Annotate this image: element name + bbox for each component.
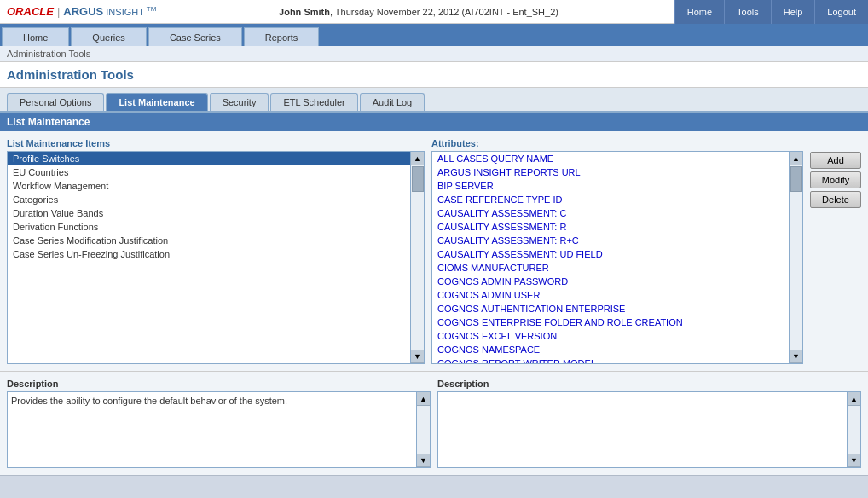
list-item[interactable]: Workflow Management bbox=[8, 179, 410, 193]
sub-tab-personal-options[interactable]: Personal Options bbox=[7, 93, 104, 111]
desc-right-box bbox=[437, 391, 848, 468]
logo: ORACLE | ARGUS INSIGHT TM bbox=[0, 5, 163, 18]
scroll-thumb[interactable] bbox=[412, 166, 424, 192]
argus-text: ARGUS bbox=[63, 5, 103, 18]
desc-scroll-track bbox=[417, 406, 430, 454]
main-tab-queries[interactable]: Queries bbox=[71, 27, 147, 46]
scroll-track bbox=[411, 165, 424, 350]
desc-right: Description ▲ ▼ bbox=[437, 379, 861, 468]
action-buttons: Add Modify Delete bbox=[810, 138, 861, 208]
attr-item[interactable]: COGNOS ADMIN USER bbox=[432, 288, 789, 302]
desc-left-scrollbar[interactable]: ▲ ▼ bbox=[417, 391, 431, 468]
attr-section: Attributes: ALL CASES QUERY NAME ARGUS I… bbox=[431, 138, 803, 364]
page-title-bar: Administration Tools bbox=[0, 62, 868, 88]
items-list: Profile Switches EU Countries Workflow M… bbox=[7, 151, 411, 364]
attr-scroll-track bbox=[790, 165, 802, 350]
attr-item[interactable]: COGNOS AUTHENTICATION ENTERPRISE bbox=[432, 302, 789, 316]
argus-insight-logo: ARGUS INSIGHT TM bbox=[63, 5, 156, 18]
desc-left-label: Description bbox=[7, 379, 431, 389]
main-tab-reports[interactable]: Reports bbox=[244, 27, 320, 46]
list-item[interactable]: Derivation Functions bbox=[8, 220, 410, 234]
attr-item[interactable]: COGNOS EXCEL VERSION bbox=[432, 329, 789, 343]
attr-item[interactable]: CAUSALITY ASSESSMENT: UD FIELD bbox=[432, 247, 789, 261]
items-scrollbar[interactable]: ▲ ▼ bbox=[411, 151, 425, 364]
left-panel: List Maintenance Items Profile Switches … bbox=[7, 138, 425, 364]
sub-tab-etl-scheduler[interactable]: ETL Scheduler bbox=[270, 93, 357, 111]
scroll-up-btn[interactable]: ▲ bbox=[411, 152, 424, 165]
attr-scroll-thumb[interactable] bbox=[790, 166, 802, 192]
attr-label: Attributes: bbox=[431, 138, 803, 148]
delete-button[interactable]: Delete bbox=[810, 191, 861, 208]
status-bar bbox=[0, 475, 868, 492]
list-item[interactable]: Case Series Modification Justification bbox=[8, 234, 410, 247]
desc-right-label: Description bbox=[437, 379, 861, 389]
attr-item[interactable]: CIOMS MANUFACTURER bbox=[432, 261, 789, 275]
list-item[interactable]: Case Series Un-Freezing Justification bbox=[8, 247, 410, 261]
sub-tab-security[interactable]: Security bbox=[210, 93, 269, 111]
right-top: Attributes: ALL CASES QUERY NAME ARGUS I… bbox=[431, 138, 861, 364]
top-nav-logout[interactable]: Logout bbox=[814, 0, 868, 24]
attr-scroll-up[interactable]: ▲ bbox=[790, 152, 802, 165]
attr-item[interactable]: COGNOS ADMIN PASSWORD bbox=[432, 275, 789, 288]
attr-item[interactable]: CAUSALITY ASSESSMENT: R bbox=[432, 220, 789, 234]
right-panel: Attributes: ALL CASES QUERY NAME ARGUS I… bbox=[431, 138, 861, 364]
attr-item[interactable]: COGNOS REPORT WRITER MODEL bbox=[432, 356, 789, 364]
attr-item[interactable]: CAUSALITY ASSESSMENT: R+C bbox=[432, 234, 789, 247]
top-nav-home[interactable]: Home bbox=[674, 0, 724, 24]
sub-tab-list-maintenance[interactable]: List Maintenance bbox=[106, 93, 207, 111]
desc-right-scroll-down[interactable]: ▼ bbox=[848, 454, 860, 467]
top-nav-tools[interactable]: Tools bbox=[724, 0, 771, 24]
desc-right-scrollbar[interactable]: ▲ ▼ bbox=[848, 391, 861, 468]
list-item[interactable]: Profile Switches bbox=[8, 152, 410, 165]
modify-button[interactable]: Modify bbox=[810, 171, 861, 188]
attr-item[interactable]: ARGUS INSIGHT REPORTS URL bbox=[432, 165, 789, 179]
attr-item[interactable]: CAUSALITY ASSESSMENT: C bbox=[432, 206, 789, 220]
list-item[interactable]: EU Countries bbox=[8, 165, 410, 179]
description-area: Description Provides the ability to conf… bbox=[0, 371, 868, 475]
panels: List Maintenance Items Profile Switches … bbox=[0, 131, 868, 371]
attr-scroll-down[interactable]: ▼ bbox=[790, 350, 802, 363]
scroll-down-btn[interactable]: ▼ bbox=[411, 350, 424, 363]
page-title: Administration Tools bbox=[7, 67, 861, 82]
desc-left-text: Provides the ability to configure the de… bbox=[11, 396, 413, 406]
desc-right-scroll-up[interactable]: ▲ bbox=[848, 392, 860, 406]
desc-left: Description Provides the ability to conf… bbox=[7, 379, 431, 468]
desc-scroll-up[interactable]: ▲ bbox=[417, 392, 430, 406]
insight-text: INSIGHT bbox=[106, 7, 143, 17]
attributes-list: ALL CASES QUERY NAME ARGUS INSIGHT REPOR… bbox=[431, 151, 790, 364]
desc-scroll-down[interactable]: ▼ bbox=[417, 454, 430, 467]
list-item[interactable]: Duration Value Bands bbox=[8, 206, 410, 220]
tm-symbol: TM bbox=[147, 5, 157, 13]
sub-tabs: Personal Options List Maintenance Securi… bbox=[0, 88, 868, 113]
content-area: List Maintenance List Maintenance Items … bbox=[0, 113, 868, 475]
items-label: List Maintenance Items bbox=[7, 138, 425, 148]
main-navigation: Home Queries Case Series Reports bbox=[0, 24, 868, 46]
user-name: John Smith bbox=[279, 7, 330, 17]
add-button[interactable]: Add bbox=[810, 152, 861, 169]
attr-scrollbar[interactable]: ▲ ▼ bbox=[790, 151, 803, 364]
attr-item[interactable]: COGNOS ENTERPRISE FOLDER AND ROLE CREATI… bbox=[432, 316, 789, 329]
breadcrumb: Administration Tools bbox=[0, 46, 868, 62]
top-nav-help[interactable]: Help bbox=[771, 0, 815, 24]
user-info: John Smith, Thursday November 22, 2012 (… bbox=[163, 7, 674, 17]
attr-item[interactable]: CASE REFERENCE TYPE ID bbox=[432, 193, 789, 206]
attr-item[interactable]: ALL CASES QUERY NAME bbox=[432, 152, 789, 165]
desc-left-box: Provides the ability to configure the de… bbox=[7, 391, 417, 468]
main-tab-case-series[interactable]: Case Series bbox=[148, 27, 242, 46]
sub-tab-audit-log[interactable]: Audit Log bbox=[360, 93, 425, 111]
list-item[interactable]: Categories bbox=[8, 193, 410, 206]
oracle-logo: ORACLE bbox=[7, 5, 54, 18]
list-maintenance-header: List Maintenance bbox=[0, 113, 868, 131]
top-navigation: Home Tools Help Logout bbox=[674, 0, 868, 24]
attr-item[interactable]: BIP SERVER bbox=[432, 179, 789, 193]
logo-separator: | bbox=[57, 5, 60, 18]
attr-item[interactable]: COGNOS NAMESPACE bbox=[432, 343, 789, 356]
desc-right-scroll-track bbox=[848, 406, 860, 454]
main-tab-home[interactable]: Home bbox=[2, 27, 69, 46]
session-info: , Thursday November 22, 2012 (AI702INT -… bbox=[330, 7, 558, 17]
